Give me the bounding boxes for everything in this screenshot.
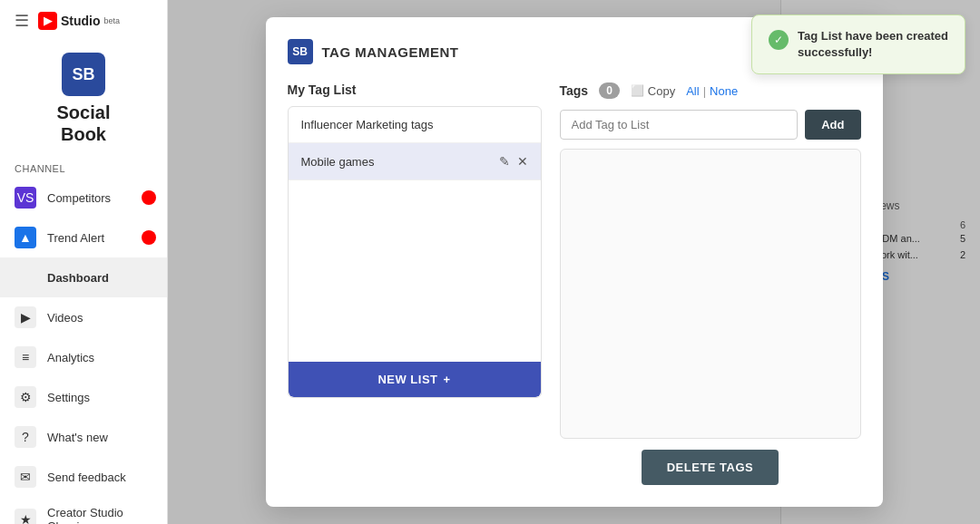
creator-studio-icon: ★ <box>15 509 36 524</box>
settings-icon: ⚙ <box>15 386 36 408</box>
analytics-icon: ≡ <box>15 346 36 368</box>
send-feedback-icon: ✉ <box>15 466 36 488</box>
competitors-badge <box>142 190 156 205</box>
beta-badge: beta <box>104 16 121 25</box>
sidebar-item-whats-new[interactable]: ? What's new <box>0 417 167 457</box>
sidebar-item-competitors[interactable]: VS Competitors <box>0 178 167 218</box>
tag-list-container: Influencer Marketing tags Mobile games ✎… <box>288 106 542 398</box>
nav-bottom: ⚙ Settings ? What's new ✉ Send feedback … <box>0 377 167 524</box>
sidebar-item-videos[interactable]: ▶ Videos <box>0 297 167 337</box>
channel-label: Channel <box>0 160 167 178</box>
tag-list-item-mobile-games[interactable]: Mobile games ✎ ✕ <box>289 143 541 180</box>
edit-tag-list-button[interactable]: ✎ <box>499 154 510 169</box>
videos-icon: ▶ <box>15 306 36 328</box>
delete-tags-button[interactable]: DELETE TAGS <box>642 450 779 485</box>
sidebar-item-videos-label: Videos <box>47 311 83 325</box>
sidebar-item-creator-studio[interactable]: ★ Creator Studio Classic <box>0 497 167 524</box>
sidebar-item-dashboard-label: Dashboard <box>47 271 109 285</box>
brand-logo: SB <box>62 53 105 96</box>
sidebar-item-competitors-label: Competitors <box>47 191 111 205</box>
sidebar-item-settings[interactable]: ⚙ Settings <box>0 377 167 417</box>
tags-header: Tags 0 ⬜ Copy All | None <box>560 82 861 99</box>
tags-count-badge: 0 <box>599 82 620 99</box>
toast-notification: ✓ Tag List have been createdsuccessfully… <box>751 15 965 74</box>
tag-list-panel: My Tag List Influencer Marketing tags Mo… <box>288 82 542 485</box>
sidebar-item-analytics[interactable]: ≡ Analytics <box>0 337 167 377</box>
delete-tag-list-button[interactable]: ✕ <box>517 154 528 169</box>
add-tag-input[interactable] <box>560 110 799 140</box>
filter-separator: | <box>703 84 706 98</box>
hamburger-icon[interactable]: ☰ <box>15 11 29 31</box>
sidebar-item-analytics-label: Analytics <box>47 351 94 364</box>
toast-message: Tag List have been createdsuccessfully! <box>798 28 948 61</box>
main-content: CO analytics scribers lays min) Views 26… <box>168 0 980 524</box>
filter-all-link[interactable]: All <box>686 84 699 98</box>
youtube-icon: ▶ <box>38 12 57 30</box>
competitors-icon: VS <box>15 187 36 209</box>
tags-panel: Tags 0 ⬜ Copy All | None <box>560 82 861 485</box>
tag-list-empty-space <box>289 180 541 362</box>
tag-list-actions: ✎ ✕ <box>499 154 528 169</box>
tag-management-modal: SB TAG MANAGEMENT My Tag List Influencer… <box>266 17 883 507</box>
filter-none-link[interactable]: None <box>710 84 738 98</box>
brand-name: Social Book <box>57 102 111 145</box>
copy-button[interactable]: ⬜ Copy <box>631 84 675 98</box>
trend-alert-icon: ▲ <box>15 227 36 248</box>
new-list-button[interactable]: NEW LIST + <box>289 362 541 397</box>
modal-logo: SB <box>288 39 313 64</box>
sidebar-item-send-feedback-label: Send feedback <box>47 471 126 484</box>
sidebar-item-trend-alert[interactable]: ▲ Trend Alert <box>0 218 167 257</box>
dashboard-icon <box>15 267 36 288</box>
toast-check-icon: ✓ <box>769 30 789 50</box>
tags-content-area <box>560 149 861 439</box>
add-tag-button[interactable]: Add <box>805 110 860 140</box>
tag-list-item-influencer[interactable]: Influencer Marketing tags <box>289 107 541 143</box>
tags-input-row: Add <box>560 110 861 140</box>
whats-new-icon: ? <box>15 426 36 448</box>
sidebar-item-whats-new-label: What's new <box>47 431 108 444</box>
sidebar-item-settings-label: Settings <box>47 391 90 404</box>
sidebar: ☰ ▶ Studiobeta SB Social Book Channel VS… <box>0 0 168 524</box>
sidebar-item-dashboard[interactable]: Dashboard <box>0 257 167 297</box>
tags-label: Tags <box>560 83 589 98</box>
filter-links: All | None <box>686 84 738 98</box>
trend-badge <box>142 230 156 245</box>
sidebar-header: ☰ ▶ Studiobeta <box>0 0 167 38</box>
sidebar-item-trend-label: Trend Alert <box>47 231 104 245</box>
modal-title: TAG MANAGEMENT <box>322 44 459 60</box>
sidebar-item-send-feedback[interactable]: ✉ Send feedback <box>0 457 167 497</box>
studio-label: Studio <box>61 14 101 28</box>
brand-section: SB Social Book <box>0 38 167 160</box>
tag-list-title: My Tag List <box>288 82 542 97</box>
sidebar-item-creator-studio-label: Creator Studio Classic <box>47 506 152 524</box>
modal-body: My Tag List Influencer Marketing tags Mo… <box>288 82 861 485</box>
youtube-logo: ▶ Studiobeta <box>38 12 120 30</box>
modal-overlay: ✓ Tag List have been createdsuccessfully… <box>168 0 980 524</box>
